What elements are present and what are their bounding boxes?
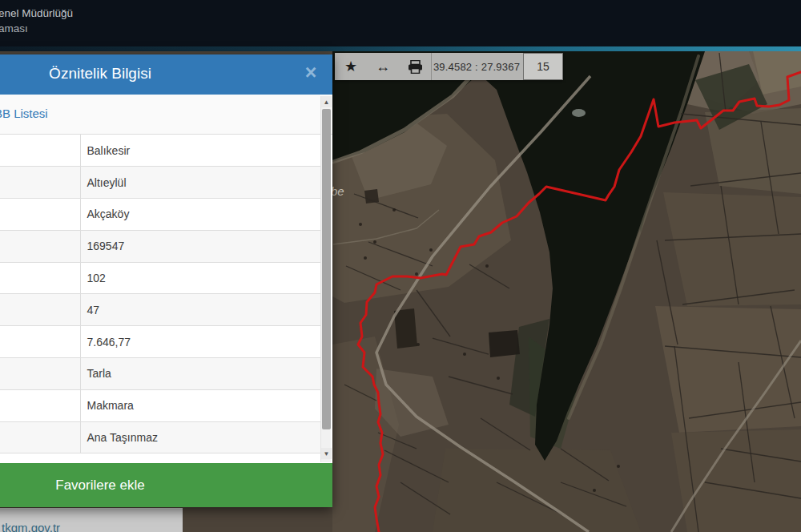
bb-list-section: BB Listesi [0,95,332,135]
printer-icon [408,60,423,74]
row-label-cell [0,167,80,199]
zoom-level-indicator: 15 [523,53,563,80]
row-value-cell: 7.646,77 [80,326,320,358]
app-header: enel Müdürlüğü aması [0,0,801,46]
row-label-cell [0,421,80,453]
modal-title: Öznitelik Bilgisi [0,65,332,83]
row-value-cell: 47 [80,294,320,326]
favorites-star-button[interactable]: ★ [335,53,367,80]
attribute-table: BalıkesirAltıeylülAkçaköy169547102477.64… [0,135,320,453]
scroll-up-icon[interactable]: ▲ [321,96,332,107]
row-label-cell [0,230,80,262]
row-value-cell: Akçaköy [80,199,320,231]
attribute-modal: Öznitelik Bilgisi × BB Listesi Balıkesir… [0,54,332,507]
table-row: 7.646,77 [0,326,320,358]
app-title-line1: enel Müdürlüğü [0,7,73,19]
table-row: Tarla [0,358,320,390]
table-row: Altıeylül [0,167,320,199]
row-label-cell [0,326,80,358]
row-value-cell: Ana Taşınmaz [80,421,320,453]
table-row: Akçaköy [0,199,320,231]
map-terrain-spot [572,109,586,117]
scrollbar-thumb[interactable] [322,109,331,429]
coordinates-display: 39.4582 : 27.9367 [431,53,521,80]
print-button[interactable] [399,53,431,80]
measure-arrow-icon: ↔ [376,58,390,75]
bb-list-link[interactable]: BB Listesi [0,107,48,120]
row-value-cell: Balıkesir [80,135,320,167]
app-title-line2: aması [0,22,28,34]
table-row: 47 [0,294,320,326]
row-label-cell [0,358,80,390]
row-value-cell: Makmara [80,389,320,421]
star-icon: ★ [344,58,357,75]
row-label-cell [0,262,80,294]
row-value-cell: Tarla [80,358,320,390]
header-accent-strip [0,46,801,51]
table-row: Balıkesir [0,135,320,167]
modal-scrollbar[interactable]: ▲ ▼ [320,96,331,462]
scroll-down-icon[interactable]: ▼ [321,448,332,459]
map-place-label: be [331,184,344,198]
map-toolbar: ★ ↔ 39.4582 : 27.9367 15 [335,53,563,80]
row-label-cell [0,135,80,167]
measure-button[interactable]: ↔ [367,53,399,80]
add-to-favorites-button[interactable]: Favorilere ekle [0,463,332,507]
table-row: Ana Taşınmaz [0,421,320,453]
row-label-cell [0,294,80,326]
app-screen: be enel Müdürlüğü aması ★ ↔ 39.4582 : 27… [0,0,801,532]
row-value-cell: 102 [80,262,320,294]
table-row: 102 [0,262,320,294]
modal-header: Öznitelik Bilgisi × [0,54,332,95]
row-label-cell [0,389,80,421]
table-row: 169547 [0,230,320,262]
row-value-cell: 169547 [80,230,320,262]
tkgm-link[interactable]: tkgm.gov.tr [2,521,60,532]
row-label-cell [0,199,80,231]
sidebar-footer: tkgm.gov.tr [0,508,183,532]
row-value-cell: Altıeylül [80,167,320,199]
close-icon[interactable]: × [300,62,321,83]
table-row: Makmara [0,389,320,421]
